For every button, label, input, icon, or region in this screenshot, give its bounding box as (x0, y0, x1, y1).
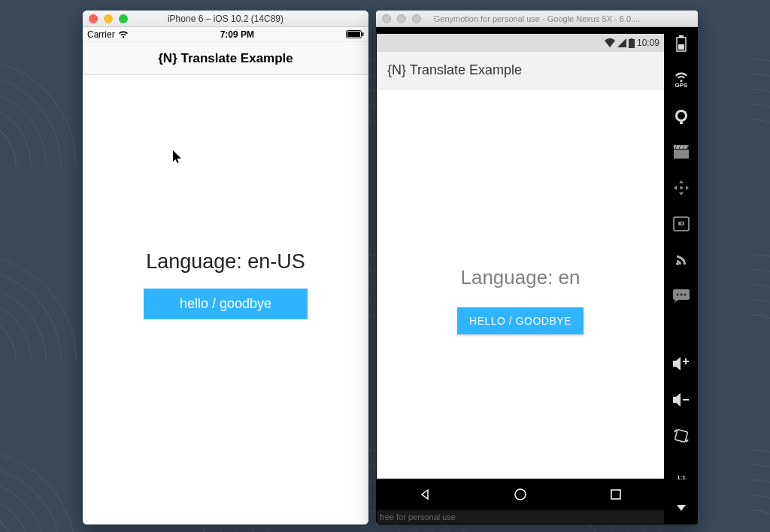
wifi-icon (605, 38, 615, 47)
network-tool-button[interactable] (671, 249, 692, 271)
svg-rect-9 (678, 44, 684, 50)
dpad-tool-button[interactable] (671, 177, 692, 198)
carrier-label: Carrier (87, 29, 115, 40)
gps-label: GPS (675, 83, 688, 89)
zoom-icon[interactable] (412, 14, 421, 23)
svg-rect-2 (362, 32, 364, 36)
ios-nav-bar: {N} Translate Example (83, 42, 368, 75)
camera-tool-button[interactable] (671, 105, 692, 126)
svg-point-11 (678, 112, 685, 119)
ios-clock: 7:09 PM (220, 29, 254, 40)
svg-rect-20 (675, 429, 687, 442)
mouse-cursor-icon (173, 150, 182, 168)
battery-icon (346, 30, 364, 38)
android-content-area: Language: en HELLO / GOODBYE (377, 89, 664, 479)
wifi-icon (118, 31, 129, 38)
volume-up-button[interactable] (671, 353, 692, 374)
android-nav-bar (377, 479, 664, 510)
svg-rect-6 (611, 490, 620, 499)
ios-status-bar: Carrier 7:09 PM (83, 27, 368, 42)
svg-rect-4 (630, 38, 632, 40)
close-icon[interactable] (382, 14, 391, 23)
android-clock: 10:09 (637, 38, 659, 48)
gps-tool-button[interactable]: GPS (671, 69, 692, 90)
svg-point-17 (677, 294, 679, 296)
battery-icon (629, 38, 635, 48)
svg-rect-1 (347, 32, 360, 37)
page-title: {N} Translate Example (387, 62, 522, 78)
volume-down-button[interactable] (671, 389, 692, 410)
footer-text: free for personal use (380, 512, 456, 521)
back-button[interactable] (417, 486, 433, 503)
android-status-bar: 10:09 (377, 34, 664, 52)
battery-tool-button[interactable] (671, 33, 692, 54)
svg-point-14 (680, 186, 683, 189)
genymotion-footer: free for personal use (377, 510, 664, 524)
language-label: Language: en (460, 266, 580, 289)
recent-apps-button[interactable] (608, 486, 624, 503)
more-button[interactable] (671, 497, 692, 518)
scale-label: 1:1 (677, 475, 686, 481)
android-app-bar: {N} Translate Example (377, 52, 664, 89)
scale-button[interactable]: 1:1 (671, 461, 692, 482)
toggle-language-button[interactable]: hello / goodbye (144, 289, 308, 319)
ios-simulator-window: iPhone 6 – iOS 10.2 (14C89) Carrier 7:09… (83, 11, 368, 524)
svg-point-5 (515, 489, 526, 500)
sms-tool-button[interactable] (671, 286, 692, 307)
signal-icon (617, 38, 626, 47)
rotate-button[interactable] (671, 425, 692, 446)
zoom-icon[interactable] (119, 14, 128, 23)
svg-rect-13 (674, 150, 689, 159)
android-top-notch (377, 28, 664, 34)
android-device-screen: 10:09 {N} Translate Example Language: en… (376, 27, 665, 524)
genymotion-window-title: Genymotion for personal use - Google Nex… (376, 14, 698, 23)
home-button[interactable] (512, 486, 529, 503)
genymotion-titlebar[interactable]: Genymotion for personal use - Google Nex… (376, 11, 698, 27)
svg-rect-8 (679, 35, 684, 38)
close-icon[interactable] (89, 14, 98, 23)
svg-point-18 (681, 294, 683, 296)
identifier-tool-button[interactable]: ID (671, 213, 692, 234)
toggle-language-button[interactable]: HELLO / GOODBYE (457, 307, 584, 334)
minimize-icon[interactable] (104, 14, 113, 23)
clapboard-tool-button[interactable] (671, 141, 692, 162)
ios-window-titlebar[interactable]: iPhone 6 – iOS 10.2 (14C89) (83, 11, 368, 27)
page-title: {N} Translate Example (158, 51, 293, 66)
svg-point-19 (684, 294, 687, 296)
language-label: Language: en-US (146, 250, 305, 274)
genymotion-window: Genymotion for personal use - Google Nex… (376, 11, 698, 524)
genymotion-sidebar: GPS ID (665, 27, 698, 524)
svg-rect-12 (680, 122, 683, 124)
minimize-icon[interactable] (397, 14, 406, 23)
id-label: ID (678, 221, 684, 227)
ios-content-area: Language: en-US hello / goodbye (83, 75, 368, 524)
svg-rect-3 (629, 39, 635, 48)
